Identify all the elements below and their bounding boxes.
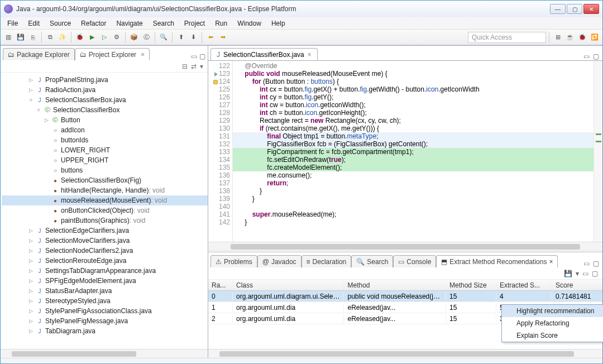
tree-item[interactable]: ▷JSettingsTabDiagramAppearance.java	[2, 266, 208, 276]
tree-item[interactable]: ▿ⒸSelectionClassifierBox	[2, 105, 208, 115]
menu-edit[interactable]: Edit	[23, 18, 44, 28]
line-number[interactable]: 132	[208, 140, 230, 148]
save-icon[interactable]: 💾	[564, 270, 572, 277]
code-line[interactable]: me.consume();	[233, 171, 594, 179]
code-line[interactable]	[233, 203, 594, 210]
back-icon[interactable]: ⬅	[205, 32, 216, 43]
wand-icon[interactable]: ✨	[57, 32, 68, 43]
expand-icon[interactable]: ▷	[27, 318, 34, 324]
line-number[interactable]: 131	[208, 132, 230, 140]
tree-item[interactable]: ▷JSPFigEdgeModelElement.java	[2, 276, 208, 286]
tree-item[interactable]: ○addIcon	[2, 125, 208, 135]
table-header[interactable]: Ra... Class Method Method Size Extracted…	[208, 280, 602, 291]
tree-item[interactable]: ▷JRadioAction.java	[2, 85, 208, 95]
col-score[interactable]: Score	[552, 281, 602, 289]
line-number[interactable]: 123	[208, 70, 230, 78]
link-with-editor-icon[interactable]: ⇄	[191, 63, 197, 70]
tab-project-explorer[interactable]: 🗂 Project Explorer ×	[75, 48, 150, 60]
external-tools-icon[interactable]: ⚙	[111, 32, 122, 43]
tree-item[interactable]: ●paintButtons(Graphics) : void	[2, 215, 208, 226]
line-number[interactable]: 141	[208, 210, 230, 218]
tree-item[interactable]: ○buttonIds	[2, 135, 208, 145]
line-number[interactable]: 137	[208, 179, 230, 187]
tab-package-explorer[interactable]: 🗂 Package Explorer	[3, 48, 75, 60]
tree-item[interactable]: ▷ⒸButton	[2, 115, 208, 125]
expand-icon[interactable]: ▿	[35, 107, 42, 113]
search-icon[interactable]: 🔍	[158, 32, 169, 43]
next-annotation-icon[interactable]: ⬇	[188, 32, 199, 43]
maximize-view-icon[interactable]: ▢	[199, 52, 205, 60]
code-line[interactable]: int ch = button.icon.getIconHeight();	[233, 109, 594, 117]
tab-javadoc[interactable]: @Javadoc	[257, 255, 302, 267]
team-sync-perspective-icon[interactable]: 🔁	[589, 32, 600, 43]
expand-icon[interactable]: ▷	[27, 238, 34, 243]
run-icon[interactable]: ▶	[87, 32, 98, 43]
menu-window[interactable]: Window	[233, 18, 266, 28]
tree-item[interactable]: ▷JSelectionMoveClarifiers.java	[2, 236, 208, 246]
tree-item[interactable]: ▷JPropPanelString.java	[2, 75, 208, 85]
code-line[interactable]: Rectangle rect = new Rectangle(cx, cy, c…	[233, 117, 594, 124]
close-icon[interactable]: ×	[308, 51, 312, 59]
tab-console[interactable]: ▭Console	[393, 255, 436, 267]
tree-item[interactable]: ○LOWER_RIGHT	[2, 145, 208, 155]
code-line[interactable]: @Override	[233, 62, 594, 70]
menu-item-highlight-recommendation[interactable]: Highlight recommendation	[502, 305, 603, 317]
tree-item[interactable]: ▷JStatusBarAdapter.java	[2, 286, 208, 296]
minimize-view-icon[interactable]: ▭	[583, 260, 590, 267]
expand-icon[interactable]: ▷	[27, 77, 34, 83]
line-number[interactable]: 142	[208, 218, 230, 226]
expand-icon[interactable]: ▷	[27, 87, 34, 93]
code-line[interactable]: final Object tmp1 = button.metaType;	[233, 132, 594, 140]
line-number[interactable]: 128	[208, 109, 230, 117]
project-tree[interactable]: ▷JPropPanelString.java▷JRadioAction.java…	[1, 73, 208, 349]
collapse-all-icon[interactable]: ⊟	[182, 63, 188, 70]
tree-item[interactable]: ○buttons	[2, 165, 208, 175]
new-package-icon[interactable]: 📦	[128, 32, 140, 43]
toggle-breadcrumb-icon[interactable]: ⧉	[45, 32, 56, 43]
menu-item-explain-score[interactable]: Explain Score	[502, 329, 603, 342]
editor-tab[interactable]: J SelectionClassifierBox.java ×	[210, 48, 318, 60]
new-class-icon[interactable]: Ⓒ	[141, 32, 152, 43]
save-all-icon[interactable]: ⎘	[27, 32, 39, 43]
code-line[interactable]: int cx = button.fig.getX() + button.fig.…	[233, 85, 594, 93]
tree-item[interactable]: ●SelectionClassifierBox(Fig)	[2, 175, 208, 185]
expand-icon[interactable]: ▷	[27, 308, 34, 314]
tab-search[interactable]: 🔍Search	[351, 255, 393, 267]
code-line[interactable]: public void mouseReleased(MouseEvent me)…	[233, 70, 594, 78]
menu-source[interactable]: Source	[45, 18, 75, 28]
maximize-view-icon[interactable]: ▢	[592, 270, 598, 277]
line-number[interactable]: 129	[208, 117, 230, 124]
expand-icon[interactable]: ▷	[43, 117, 50, 123]
code-line[interactable]: int cw = button.icon.getIconWidth();	[233, 101, 594, 109]
line-number[interactable]: 136	[208, 171, 230, 179]
code-line[interactable]: if (rect.contains(me.getX(), me.getY()))…	[233, 124, 594, 132]
java-perspective-icon[interactable]: ☕	[564, 32, 576, 43]
code-line[interactable]: fc.setEditOnRedraw(true);	[233, 156, 594, 164]
close-icon[interactable]: ×	[141, 51, 145, 59]
tree-item[interactable]: ▿JSelectionClassifierBox.java	[2, 95, 208, 105]
col-rank[interactable]: Ra...	[208, 281, 233, 289]
tree-item[interactable]: ▷JStylePanelFigMessage.java	[2, 316, 208, 326]
line-number[interactable]: 134	[208, 156, 230, 164]
col-class[interactable]: Class	[233, 281, 344, 289]
col-method-size[interactable]: Method Size	[446, 281, 496, 289]
line-number[interactable]: 127	[208, 101, 230, 109]
overview-ruler[interactable]	[594, 61, 602, 242]
forward-icon[interactable]: ➡	[217, 32, 228, 43]
line-number[interactable]: 133	[208, 148, 230, 156]
maximize-view-icon[interactable]: ▢	[593, 260, 599, 267]
view-menu-icon[interactable]: ▾	[200, 63, 203, 70]
code-line[interactable]: return;	[233, 179, 594, 187]
code-area[interactable]: @Override public void mouseReleased(Mous…	[233, 61, 594, 242]
tab-problems[interactable]: ⚠Problems	[210, 255, 257, 267]
quick-access-input[interactable]: Quick Access	[468, 32, 546, 43]
expand-icon[interactable]: ▷	[27, 248, 34, 253]
expand-icon[interactable]: ▷	[27, 258, 34, 264]
line-number[interactable]: 122	[208, 62, 230, 70]
line-number[interactable]: 135	[208, 164, 230, 171]
tab-declaration[interactable]: ≡Declaration	[302, 255, 352, 267]
tree-item[interactable]: ●onButtonClicked(Object) : void	[2, 205, 208, 215]
line-number[interactable]: 140	[208, 203, 230, 210]
code-line[interactable]: super.mouseReleased(me);	[233, 210, 594, 218]
debug-icon[interactable]: 🐞	[74, 32, 85, 43]
